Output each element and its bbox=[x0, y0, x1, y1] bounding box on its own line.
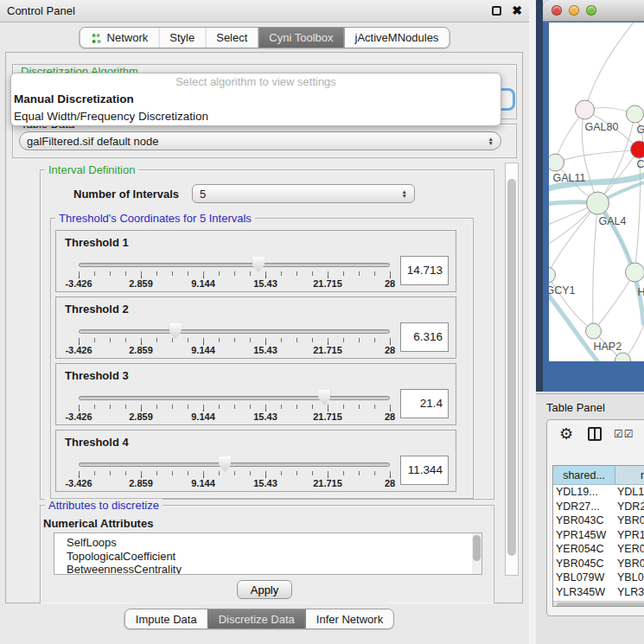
bottom-tab-infer-network[interactable]: Infer Network bbox=[305, 609, 393, 628]
cell-shared-name: YDR27... bbox=[553, 500, 617, 514]
tick-label: -3.426 bbox=[65, 411, 92, 422]
numerical-attributes-list[interactable]: SelfLoopsTopologicalCoefficientBetweenne… bbox=[54, 532, 482, 575]
threshold-slider-thumb[interactable] bbox=[252, 257, 265, 272]
tick-label: -3.426 bbox=[65, 478, 92, 488]
table-row[interactable]: YBL079WYBL0 bbox=[553, 571, 644, 585]
table-scrollbar-thumb[interactable] bbox=[557, 603, 644, 607]
network-canvas[interactable]: GAL80GACGAL11GAL4GCY1HHAP2 bbox=[549, 22, 644, 361]
node-label: GAL11 bbox=[553, 172, 586, 184]
table-row[interactable]: YPR145WYPR1 bbox=[553, 528, 644, 543]
tab-label: jActiveMNodules bbox=[355, 31, 439, 44]
threshold-slider-track[interactable] bbox=[79, 263, 390, 267]
network-node-hap2[interactable] bbox=[586, 323, 602, 339]
select-columns-checkboxes-icon[interactable]: ☑☑ bbox=[614, 428, 634, 440]
zoom-traffic-light-icon[interactable] bbox=[586, 5, 596, 16]
attribute-item-selfloops[interactable]: SelfLoops bbox=[67, 536, 481, 550]
combo-stepper-icon: ▲▼ bbox=[488, 137, 494, 145]
table-panel: Table Panel ⚙ ☑☑ shared... n YDL19...YDL… bbox=[536, 393, 644, 644]
tick-label: 15.43 bbox=[253, 411, 277, 422]
table-data-combo[interactable]: galFiltered.sif default node ▲▼ bbox=[19, 131, 501, 150]
tick-label: 2.859 bbox=[129, 345, 153, 355]
column-layout-icon[interactable] bbox=[588, 427, 602, 441]
network-node-c[interactable] bbox=[631, 141, 644, 158]
network-node-h[interactable] bbox=[626, 263, 644, 282]
network-node-ga[interactable] bbox=[627, 105, 644, 123]
table-row[interactable]: YBR043CYBR0 bbox=[553, 513, 644, 528]
control-panel-tab-bar: NetworkStyleSelectCyni ToolboxjActiveMNo… bbox=[80, 27, 450, 48]
tick-label: 28 bbox=[385, 278, 395, 289]
window-title: Control Panel bbox=[7, 4, 75, 17]
tab-jactivemnodules[interactable]: jActiveMNodules bbox=[344, 28, 450, 48]
node-label: GAL80 bbox=[585, 121, 619, 133]
tick-label: 15.43 bbox=[253, 478, 277, 488]
threshold-card: Threshold 1 -3.4262.8599.14415.4321.7152… bbox=[55, 230, 456, 292]
close-traffic-light-icon[interactable] bbox=[552, 5, 562, 16]
threshold-label: Threshold 1 bbox=[65, 236, 129, 249]
algorithm-option-manual-discretization[interactable]: Manual Discretization bbox=[11, 91, 501, 108]
column-header-name[interactable]: n bbox=[615, 466, 644, 484]
tab-cyni-toolbox[interactable]: Cyni Toolbox bbox=[258, 28, 343, 48]
tick-label: -3.426 bbox=[65, 278, 92, 289]
control-panel-titlebar: Control Panel ✖ bbox=[0, 0, 529, 22]
cell-name: YDL1 bbox=[617, 485, 644, 500]
attribute-item-betweennesscentrality[interactable]: BetweennessCentrality bbox=[67, 563, 481, 575]
attribute-item-topologicalcoefficient[interactable]: TopologicalCoefficient bbox=[67, 550, 481, 564]
node-label: GCY1 bbox=[549, 284, 576, 296]
tick-label: 15.43 bbox=[253, 345, 277, 355]
threshold-value-field[interactable]: 21.4 bbox=[400, 389, 449, 418]
minimize-traffic-light-icon[interactable] bbox=[569, 5, 579, 16]
network-node-gal4[interactable] bbox=[587, 192, 609, 214]
table-row[interactable]: YDR27...YDR2 bbox=[553, 500, 644, 514]
tick-label: 28 bbox=[385, 411, 395, 422]
network-graph[interactable]: GAL80GACGAL11GAL4GCY1HHAP2 bbox=[549, 22, 644, 361]
cell-name: YBR0 bbox=[617, 557, 644, 571]
table-row[interactable]: YLR345WYLR3 bbox=[553, 585, 644, 600]
apply-button[interactable]: Apply bbox=[237, 580, 292, 599]
slider-minor-ticks bbox=[79, 471, 391, 475]
network-edge bbox=[556, 150, 640, 163]
control-panel-window: Control Panel ✖ NetworkStyleSelectCyni T… bbox=[0, 0, 529, 644]
threshold-value-field[interactable]: 11.344 bbox=[400, 456, 449, 485]
panel-vertical-scrollbar[interactable] bbox=[505, 163, 519, 576]
algorithm-option-equal-width-frequency[interactable]: Equal Width/Frequency Discretization bbox=[11, 108, 501, 125]
threshold-slider-track[interactable] bbox=[79, 396, 390, 400]
threshold-slider-thumb[interactable] bbox=[219, 456, 231, 472]
tick-label: 15.43 bbox=[253, 278, 277, 289]
tab-style[interactable]: Style bbox=[158, 28, 205, 48]
tab-select[interactable]: Select bbox=[205, 28, 258, 48]
threshold-slider-track[interactable] bbox=[79, 462, 390, 467]
numerical-attributes-heading: Numerical Attributes bbox=[43, 517, 153, 530]
table-row[interactable]: YBR045CYBR0 bbox=[553, 557, 644, 571]
network-node-gcy1[interactable] bbox=[549, 267, 556, 283]
tick-label: 28 bbox=[385, 478, 395, 488]
network-node-gal80[interactable] bbox=[576, 100, 595, 119]
threshold-slider-thumb[interactable] bbox=[318, 390, 330, 405]
tab-network[interactable]: Network bbox=[80, 28, 159, 48]
bottom-tab-discretize-data[interactable]: Discretize Data bbox=[207, 609, 305, 628]
bottom-tab-impute-data[interactable]: Impute Data bbox=[125, 609, 207, 628]
table-horizontal-scrollbar[interactable] bbox=[553, 601, 644, 607]
threshold-slider-thumb[interactable] bbox=[169, 323, 182, 339]
network-node-gal11[interactable] bbox=[549, 154, 564, 171]
slider-tick-labels: -3.4262.8599.14415.4321.71528 bbox=[56, 411, 456, 424]
table-row[interactable]: YER054CYER0 bbox=[553, 542, 644, 557]
panel-scrollbar-thumb[interactable] bbox=[507, 179, 516, 556]
table-row[interactable]: YDL19...YDL1 bbox=[553, 485, 644, 500]
number-of-intervals-combo[interactable]: 5 ▲▼ bbox=[192, 184, 415, 203]
close-icon[interactable]: ✖ bbox=[512, 6, 522, 16]
cell-shared-name: YBL079W bbox=[553, 571, 617, 585]
tick-label: 21.715 bbox=[313, 345, 342, 355]
cell-name: YBL0 bbox=[617, 571, 644, 585]
threshold-value-field[interactable]: 6.316 bbox=[400, 322, 449, 352]
threshold-value-field[interactable]: 14.713 bbox=[400, 256, 449, 285]
table-settings-gear-icon[interactable]: ⚙ bbox=[559, 424, 573, 443]
threshold-slider-track[interactable] bbox=[79, 329, 390, 334]
slider-tick-labels: -3.4262.8599.14415.4321.71528 bbox=[56, 278, 456, 290]
attributes-scrollbar-thumb[interactable] bbox=[473, 535, 481, 561]
cell-shared-name: YBR045C bbox=[553, 557, 617, 571]
slider-minor-ticks bbox=[79, 271, 391, 276]
attributes-list-scrollbar[interactable] bbox=[472, 533, 481, 574]
column-header-shared-name[interactable]: shared... bbox=[553, 466, 615, 484]
tick-label: 21.715 bbox=[313, 478, 342, 488]
float-window-icon[interactable] bbox=[492, 6, 501, 16]
